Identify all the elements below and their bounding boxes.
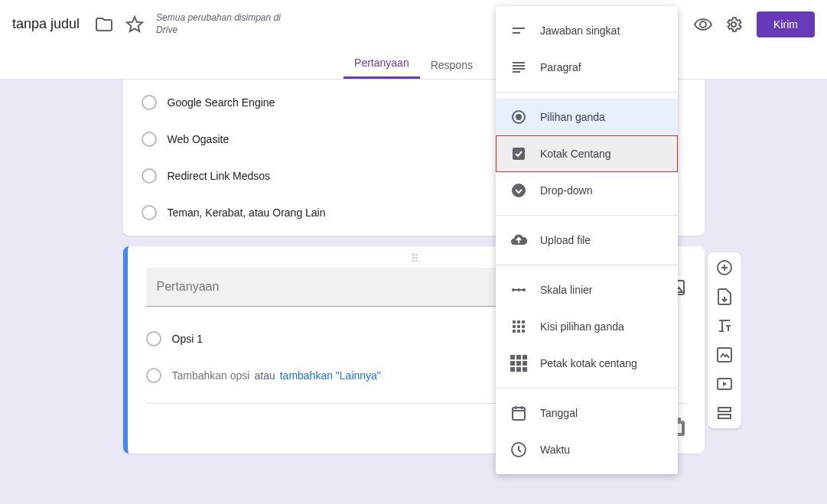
option-label: Redirect Link Medsos (168, 170, 271, 182)
dropdown-icon (510, 181, 528, 200)
type-date[interactable]: Tanggal (496, 395, 678, 431)
add-question-icon[interactable] (715, 259, 734, 277)
dropdown-label: Kisi pilihan ganda (540, 320, 624, 333)
option-label: Google Search Engine (168, 96, 275, 109)
upload-icon (510, 231, 528, 249)
form-title[interactable]: tanpa judul (12, 16, 80, 32)
tab-questions[interactable]: Pertanyaan (343, 49, 420, 79)
folder-icon[interactable] (95, 15, 113, 34)
radio-icon (142, 168, 157, 184)
dropdown-separator (496, 215, 678, 216)
type-paragraph[interactable]: Paragraf (496, 49, 678, 86)
svg-point-8 (512, 184, 526, 197)
radio-selected-icon (510, 108, 528, 126)
add-title-icon[interactable] (715, 317, 734, 335)
type-multiple-choice[interactable]: Pilihan ganda (496, 99, 678, 135)
add-video-icon[interactable] (715, 375, 734, 393)
dropdown-label: Skala linier (540, 284, 592, 296)
dropdown-label: Waktu (540, 444, 570, 456)
radio-icon (146, 368, 161, 383)
type-short-answer[interactable]: Jawaban singkat (496, 12, 678, 49)
dropdown-label: Tanggal (540, 407, 578, 419)
svg-rect-3 (718, 408, 731, 411)
cb-grid-icon (510, 354, 528, 372)
send-button[interactable]: Kirim (757, 11, 815, 37)
dropdown-label: Kotak Centang (540, 148, 611, 160)
clock-icon (510, 441, 528, 459)
dropdown-label: Petak kotak centang (540, 357, 637, 369)
import-questions-icon[interactable] (715, 288, 734, 306)
short-answer-icon (510, 21, 528, 40)
option-label: Web Ogasite (168, 133, 230, 145)
type-checkboxes[interactable]: Kotak Centang (496, 135, 678, 172)
or-text: atau (254, 369, 275, 382)
star-icon[interactable] (125, 15, 144, 34)
calendar-icon (510, 404, 528, 422)
type-cb-grid[interactable]: Petak kotak centang (496, 345, 678, 382)
mc-grid-icon (510, 317, 528, 336)
tabs-bar: Pertanyaan Respons (0, 49, 827, 80)
add-image-icon[interactable] (715, 346, 734, 364)
question-type-dropdown: Jawaban singkat Paragraf Pilihan ganda K… (496, 6, 678, 474)
add-option-button[interactable]: Tambahkan opsi (172, 369, 250, 382)
linear-scale-icon (510, 281, 528, 299)
dropdown-label: Drop-down (540, 184, 592, 197)
canvas: Google Search Engine Web Ogasite Redirec… (0, 80, 827, 504)
svg-rect-7 (513, 148, 525, 160)
type-time[interactable]: Waktu (496, 431, 678, 468)
radio-icon (142, 95, 157, 110)
dropdown-label: Pilihan ganda (540, 111, 605, 123)
add-other-button[interactable]: tambahkan "Lainnya" (280, 369, 381, 382)
dropdown-label: Upload file (540, 234, 591, 246)
svg-rect-4 (718, 415, 731, 418)
add-section-icon[interactable] (715, 404, 734, 422)
dropdown-label: Jawaban singkat (540, 24, 620, 37)
option-label[interactable]: Opsi 1 (172, 333, 203, 345)
dropdown-separator (496, 265, 678, 265)
settings-icon[interactable] (724, 15, 743, 34)
dropdown-separator (496, 388, 678, 389)
option-label: Teman, Kerabat, atau Orang Lain (168, 206, 326, 219)
type-linear-scale[interactable]: Skala linier (496, 272, 678, 308)
dropdown-label: Paragraf (540, 61, 581, 73)
side-toolbar (708, 252, 741, 428)
type-dropdown[interactable]: Drop-down (496, 172, 678, 209)
checkbox-icon (510, 145, 528, 163)
tab-responses[interactable]: Respons (420, 51, 484, 79)
svg-point-6 (516, 114, 522, 120)
svg-rect-12 (513, 408, 525, 420)
type-mc-grid[interactable]: Kisi pilihan ganda (496, 308, 678, 345)
radio-icon (142, 132, 157, 147)
preview-icon[interactable] (694, 15, 712, 34)
paragraph-icon (510, 58, 528, 76)
save-status: Semua perubahan disimpan di Drive (156, 12, 294, 36)
dropdown-separator (496, 92, 678, 93)
header-bar: tanpa judul Semua perubahan disimpan di … (0, 0, 827, 49)
type-file-upload[interactable]: Upload file (496, 222, 678, 259)
radio-icon (142, 205, 157, 220)
radio-icon (146, 331, 161, 346)
